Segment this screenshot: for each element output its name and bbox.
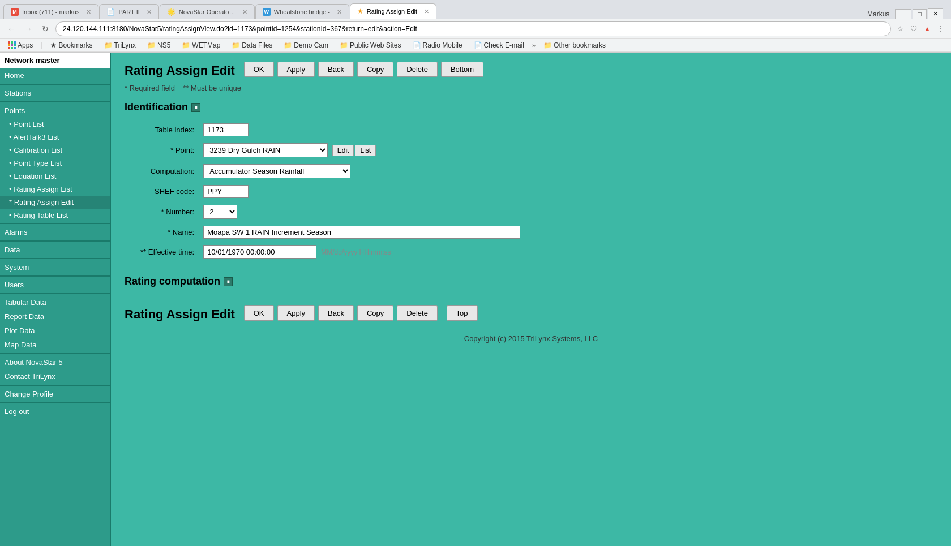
shef-code-label: SHEF code: bbox=[136, 182, 199, 201]
tab-part2[interactable]: 📄 PART II ✕ bbox=[99, 4, 158, 19]
tab-novastar[interactable]: 🌟 NovaStar Operator In... ✕ bbox=[160, 4, 255, 19]
minimize-button[interactable]: — bbox=[895, 9, 911, 19]
point-select[interactable]: 3239 Dry Gulch RAIN bbox=[203, 143, 328, 157]
identification-toggle[interactable]: ∎ bbox=[191, 103, 200, 112]
acrobat-icon[interactable]: ▲ bbox=[922, 23, 933, 35]
novastar-favicon: 🌟 bbox=[167, 8, 175, 16]
effective-time-label: ** Effective time: bbox=[136, 242, 199, 262]
tab-rating-edit[interactable]: ★ Rating Assign Edit ✕ bbox=[350, 3, 436, 19]
bookmark-radiomobile-label: Radio Mobile bbox=[423, 41, 462, 49]
sidebar-item-users[interactable]: Users bbox=[0, 278, 110, 292]
tab-gmail[interactable]: M Inbox (711) - markus ✕ bbox=[3, 4, 98, 19]
sidebar-item-reportdata[interactable]: Report Data bbox=[0, 309, 110, 324]
sidebar-item-tabulardata[interactable]: Tabular Data bbox=[0, 295, 110, 309]
unique-star: ** bbox=[140, 248, 148, 256]
bookmark-radiomobile[interactable]: 📄 Radio Mobile bbox=[409, 40, 466, 50]
bookmark-wetmap[interactable]: 📁 WETMap bbox=[178, 40, 224, 50]
back-nav-button[interactable]: ← bbox=[5, 22, 18, 36]
star-icon: ★ bbox=[50, 41, 57, 49]
tab-part2-close[interactable]: ✕ bbox=[147, 8, 152, 16]
sidebar: Network master Home Stations Points • Po… bbox=[0, 53, 111, 546]
sidebar-item-about[interactable]: About NovaStar 5 bbox=[0, 355, 110, 369]
required-field-note: * Required field bbox=[125, 84, 175, 92]
tab-wheatstone-close[interactable]: ✕ bbox=[337, 8, 342, 16]
sidebar-divider-8 bbox=[0, 353, 110, 354]
sidebar-item-stations[interactable]: Stations bbox=[0, 86, 110, 100]
sidebar-item-home[interactable]: Home bbox=[0, 68, 110, 83]
sidebar-item-data[interactable]: Data bbox=[0, 243, 110, 257]
apply-button-top[interactable]: Apply bbox=[277, 62, 315, 77]
bookmark-other[interactable]: 📁 Other bookmarks bbox=[540, 40, 609, 50]
top-button[interactable]: Top bbox=[447, 305, 478, 321]
copy-button-bottom[interactable]: Copy bbox=[357, 305, 393, 321]
address-bar[interactable] bbox=[55, 21, 891, 36]
bookmark-trilynx[interactable]: 📁 TriLynx bbox=[101, 40, 139, 50]
copy-button-top[interactable]: Copy bbox=[357, 62, 393, 77]
number-select[interactable]: 2 bbox=[203, 205, 237, 219]
apply-button-bottom[interactable]: Apply bbox=[277, 305, 315, 321]
bookmark-ns5[interactable]: 📁 NS5 bbox=[144, 40, 174, 50]
shield-icon[interactable]: 🛡 bbox=[908, 23, 919, 35]
delete-button-top[interactable]: Delete bbox=[397, 62, 438, 77]
doc-icon: 📄 bbox=[413, 41, 421, 49]
sidebar-item-contact[interactable]: Contact TriLynx bbox=[0, 369, 110, 384]
bookmark-checkemail[interactable]: 📄 Check E-mail bbox=[470, 40, 528, 50]
ok-button-bottom[interactable]: OK bbox=[244, 305, 274, 321]
sidebar-item-alarms[interactable]: Alarms bbox=[0, 225, 110, 239]
sidebar-item-point-list[interactable]: • Point List bbox=[0, 118, 110, 131]
required-note: * Required field ** Must be unique bbox=[125, 84, 937, 92]
bookmark-datafiles[interactable]: 📁 Data Files bbox=[228, 40, 276, 50]
sidebar-item-logout[interactable]: Log out bbox=[0, 404, 110, 419]
sidebar-item-ratingassign[interactable]: • Rating Assign List bbox=[0, 183, 110, 196]
sidebar-item-pointtype[interactable]: • Point Type List bbox=[0, 157, 110, 170]
point-edit-button[interactable]: Edit bbox=[332, 145, 354, 156]
computation-select[interactable]: Accumulator Season Rainfall bbox=[203, 164, 350, 178]
bookmark-bookmarks-label: Bookmarks bbox=[58, 41, 92, 49]
bottom-button[interactable]: Bottom bbox=[441, 62, 483, 77]
sidebar-item-changeprofile[interactable]: Change Profile bbox=[0, 387, 110, 401]
sidebar-item-alerttalk3[interactable]: • AlertTalk3 List bbox=[0, 131, 110, 144]
shef-code-input[interactable] bbox=[203, 185, 249, 198]
bookmark-apps[interactable]: Apps bbox=[5, 40, 36, 50]
point-list-button[interactable]: List bbox=[355, 145, 376, 156]
forward-nav-button[interactable]: → bbox=[22, 22, 35, 36]
sidebar-item-points[interactable]: Points bbox=[0, 104, 110, 118]
sidebar-item-calibration[interactable]: • Calibration List bbox=[0, 144, 110, 157]
bookmark-democam[interactable]: 📁 Demo Cam bbox=[280, 40, 332, 50]
rating-computation-toggle[interactable]: ∎ bbox=[224, 277, 233, 286]
sidebar-item-ratingtable[interactable]: • Rating Table List bbox=[0, 209, 110, 222]
table-index-label: Table index: bbox=[136, 120, 199, 140]
sidebar-divider-6 bbox=[0, 275, 110, 277]
close-window-button[interactable]: ✕ bbox=[928, 8, 943, 19]
required-star-name: * bbox=[168, 228, 173, 236]
sidebar-item-mapdata[interactable]: Map Data bbox=[0, 338, 110, 352]
ok-button-top[interactable]: OK bbox=[244, 62, 274, 77]
name-label-text: Name: bbox=[173, 228, 194, 236]
bookmark-star-button[interactable]: ☆ bbox=[894, 23, 906, 35]
tab-novastar-close[interactable]: ✕ bbox=[242, 8, 247, 16]
name-input[interactable] bbox=[203, 226, 520, 239]
sidebar-item-system[interactable]: System bbox=[0, 260, 110, 274]
bookmark-publicweb[interactable]: 📁 Public Web Sites bbox=[336, 40, 405, 50]
delete-button-bottom[interactable]: Delete bbox=[397, 305, 438, 321]
bookmarks-more[interactable]: » bbox=[532, 42, 536, 49]
tab-gmail-close[interactable]: ✕ bbox=[86, 8, 91, 16]
effective-time-format-hint: MM/dd/yyyy HH:mm:ss bbox=[321, 248, 391, 256]
table-index-input[interactable] bbox=[203, 123, 249, 136]
maximize-button[interactable]: □ bbox=[913, 9, 927, 19]
required-star-point: * bbox=[170, 146, 175, 154]
tab-rating-close[interactable]: ✕ bbox=[424, 8, 429, 15]
sidebar-item-plotdata[interactable]: Plot Data bbox=[0, 324, 110, 338]
bookmark-bookmarks[interactable]: ★ Bookmarks bbox=[47, 40, 96, 50]
required-star-number: * bbox=[161, 208, 166, 216]
back-button-bottom[interactable]: Back bbox=[318, 305, 354, 321]
bookmark-wetmap-label: WETMap bbox=[192, 41, 220, 49]
reload-button[interactable]: ↻ bbox=[38, 22, 52, 36]
back-button-top[interactable]: Back bbox=[318, 62, 354, 77]
menu-button[interactable]: ⋮ bbox=[935, 23, 946, 35]
sidebar-item-equation[interactable]: • Equation List bbox=[0, 170, 110, 183]
effective-time-input[interactable] bbox=[203, 245, 316, 259]
sidebar-divider-2 bbox=[0, 101, 110, 102]
sidebar-item-ratingassign-edit[interactable]: * Rating Assign Edit bbox=[0, 196, 110, 209]
tab-wheatstone[interactable]: W Wheatstone bridge - ✕ bbox=[255, 4, 349, 19]
